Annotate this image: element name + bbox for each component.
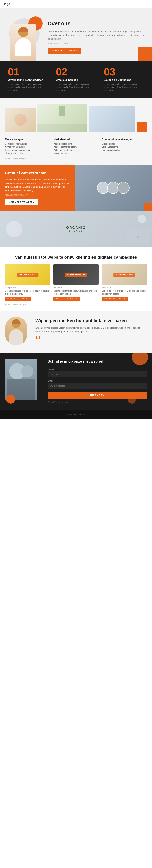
strategy-img-2 bbox=[37, 103, 87, 132]
number-text-3: Lorem ipsum dolor sit amet, consectetur … bbox=[104, 83, 144, 92]
digital-card-label-2: Sample text bbox=[53, 286, 99, 288]
newsletter-section: Schrijf je in op onze nieuwsbrief Naam E… bbox=[0, 353, 152, 410]
footer-text: Aangedreven door Yola bbox=[66, 413, 86, 416]
digital-card-label-3: Sample text bbox=[102, 286, 147, 288]
newsletter-submit-button[interactable]: INZENDEN bbox=[48, 392, 147, 399]
hero-content: Over ons Duis aute irure dolor in repreh… bbox=[48, 17, 146, 54]
help-section: Wij helpen merken hun publiek te verbaze… bbox=[0, 311, 152, 353]
strategy-item: Strategische richting bbox=[5, 152, 50, 155]
product-section: ORGANIC BREADS ⌨ bbox=[0, 211, 152, 247]
strategy-item: Visuele positionering bbox=[53, 143, 99, 146]
digital-section: Van huisstijl tot website ontwikkeling e… bbox=[0, 247, 152, 311]
help-title: Wij helpen merken hun publiek te verbaze… bbox=[35, 318, 147, 324]
hero-credit: Afbeelding van Freepik bbox=[48, 42, 146, 45]
strategy-orange-block bbox=[137, 122, 147, 132]
strategy-section: Merk strategie Controle op merkwaarde Ad… bbox=[0, 98, 152, 165]
form-field-email: Email bbox=[48, 379, 147, 389]
digital-card-overlay-1: VOORBEELD KOP bbox=[17, 273, 39, 277]
design-title: Creatief ontwerpteam bbox=[5, 170, 70, 176]
strategy-credit: Afbeelding van Freepik bbox=[5, 157, 147, 160]
numbers-section: 01 Ontwikkeling Technologieën Lorem ipsu… bbox=[0, 61, 152, 98]
digital-title: Van huisstijl tot website ontwikkeling e… bbox=[5, 254, 147, 260]
number-1: 01 bbox=[8, 67, 48, 77]
digital-cards: VOORBEELD KOP Sample text Click to selec… bbox=[5, 265, 147, 301]
strategy-item: Advies van het publiek bbox=[5, 146, 50, 149]
newsletter-photos bbox=[5, 359, 42, 404]
number-title-3: Launch de Campagne bbox=[104, 78, 144, 81]
hero-title: Over ons bbox=[48, 21, 146, 27]
digital-card-overlay-2: VOORBEELD KOP bbox=[65, 273, 87, 277]
form-input-email[interactable] bbox=[48, 383, 147, 389]
footer: Aangedreven door Yola bbox=[0, 410, 152, 419]
help-quote-mark: “ bbox=[35, 336, 147, 347]
digital-card-desc-2: Click to select this text box. Click aga… bbox=[53, 289, 99, 296]
product-image: ORGANIC BREADS ⌨ bbox=[0, 211, 152, 247]
digital-card-2: VOORBEELD KOP Sample text Click to selec… bbox=[53, 265, 99, 301]
navbar: logo bbox=[0, 0, 152, 8]
newsletter-form: Schrijf je in op onze nieuwsbrief Naam E… bbox=[48, 359, 147, 403]
strategy-item: Controle op merkwaarde bbox=[5, 143, 50, 146]
strategy-col-title-3: Communicatie strategie bbox=[102, 135, 147, 141]
digital-card-cta-3[interactable]: KOM MEER TE WETEN bbox=[102, 297, 128, 301]
help-photo bbox=[5, 317, 31, 345]
strategy-col-title-1: Merk strategie bbox=[5, 135, 50, 141]
newsletter-title: Schrijf je in op onze nieuwsbrief bbox=[48, 359, 147, 364]
strategy-item: Pictogram- en illustratielijnen bbox=[53, 149, 99, 152]
digital-card-1: VOORBEELD KOP Sample text Click to selec… bbox=[5, 265, 50, 301]
strategy-col-2: Merkidentiteit Visuele positionering Vis… bbox=[53, 135, 99, 155]
hamburger-menu[interactable] bbox=[144, 3, 148, 5]
digital-credit: Afbeelding van Freepik bbox=[5, 304, 147, 306]
number-3: 03 bbox=[104, 67, 144, 77]
hero-image bbox=[6, 17, 43, 61]
help-text: Er zijn ook veel andere Lorem ipsum-teks… bbox=[35, 326, 147, 334]
number-text-1: Lorem ipsum dolor sit amet, consectetur … bbox=[8, 83, 48, 92]
strategy-item: Virtuele dienst bbox=[102, 143, 147, 146]
strategy-item: Concurrerende beoordeling bbox=[5, 149, 50, 152]
form-field-name: Naam bbox=[48, 368, 147, 377]
digital-card-cta-1[interactable]: KOM MEER TE WETEN bbox=[5, 297, 31, 301]
strategy-item: Online verbetering bbox=[102, 146, 147, 149]
design-credit: Afbeeldingen van Freepik bbox=[5, 194, 70, 196]
design-left: Creatief ontwerpteam Dit valt jouw team … bbox=[0, 165, 75, 211]
strategy-col-1: Merk strategie Controle op merkwaarde Ad… bbox=[5, 135, 50, 155]
strategy-col-3: Communicatie strategie Virtuele dienst O… bbox=[102, 135, 147, 155]
design-text: Dit valt jouw team de offerte ernomst. R… bbox=[5, 178, 70, 192]
newsletter-inner: Schrijf je in op onze nieuwsbrief Naam E… bbox=[5, 359, 147, 404]
product-brand-sub: BREADS bbox=[66, 230, 86, 232]
number-item-3: 03 Launch de Campagne Lorem ipsum dolor … bbox=[100, 67, 148, 92]
number-title-1: Ontwikkeling Technologieën bbox=[8, 78, 48, 81]
strategy-img-1 bbox=[5, 107, 36, 132]
form-input-name[interactable] bbox=[48, 371, 147, 377]
digital-card-desc-3: Click to select this text box. Click aga… bbox=[102, 289, 147, 296]
strategy-images bbox=[5, 103, 147, 132]
help-content: Wij helpen merken hun publiek te verbaze… bbox=[35, 317, 147, 347]
product-brand-name: ORGANIC bbox=[66, 226, 86, 230]
digital-card-overlay-3: VOORBEELD KOP bbox=[114, 273, 135, 277]
strategy-item: Visueel identiteitssysteem bbox=[53, 146, 99, 149]
number-item-2: 02 Creatie & Selectie Lorem ipsum dolor … bbox=[52, 67, 100, 92]
strategy-col-title-2: Merkidentiteit bbox=[53, 135, 99, 141]
design-cta-button[interactable]: KOM MEER TE WETEN bbox=[5, 199, 38, 205]
digital-card-desc-1: Click to select this text box. Click aga… bbox=[5, 289, 50, 296]
strategy-columns: Merk strategie Controle op merkwaarde Ad… bbox=[5, 135, 147, 155]
hero-text: Duis aute irure dolor in reprehenderit i… bbox=[48, 30, 146, 41]
strategy-item: Communicatiestijlen bbox=[102, 149, 147, 152]
digital-card-cta-2[interactable]: KOM MEER TE WETEN bbox=[53, 297, 80, 301]
number-item-1: 01 Ontwikkeling Technologieën Lorem ipsu… bbox=[4, 67, 52, 92]
hero-cta-button[interactable]: KOM MEER TE WETEN bbox=[48, 48, 81, 54]
form-label-email: Email bbox=[48, 379, 147, 382]
form-label-name: Naam bbox=[48, 368, 147, 370]
number-text-2: Lorem ipsum dolor sit amet, consectetur … bbox=[56, 83, 96, 92]
newsletter-credit: Afbeelding van Dezign bbox=[48, 401, 147, 403]
hero-section: Over ons Duis aute irure dolor in repreh… bbox=[0, 8, 152, 61]
strategy-item: Merkverpassing bbox=[53, 152, 99, 155]
design-right bbox=[75, 165, 152, 211]
digital-card-label-1: Sample text bbox=[5, 286, 50, 288]
product-brand: ORGANIC BREADS bbox=[66, 226, 86, 232]
digital-card-3: VOORBEELD KOP Sample text Click to selec… bbox=[102, 265, 147, 301]
nav-logo: logo bbox=[4, 2, 10, 6]
number-2: 02 bbox=[56, 67, 96, 77]
design-team-section: Creatief ontwerpteam Dit valt jouw team … bbox=[0, 165, 152, 211]
number-title-2: Creatie & Selectie bbox=[56, 78, 96, 81]
strategy-img-3 bbox=[89, 105, 135, 132]
